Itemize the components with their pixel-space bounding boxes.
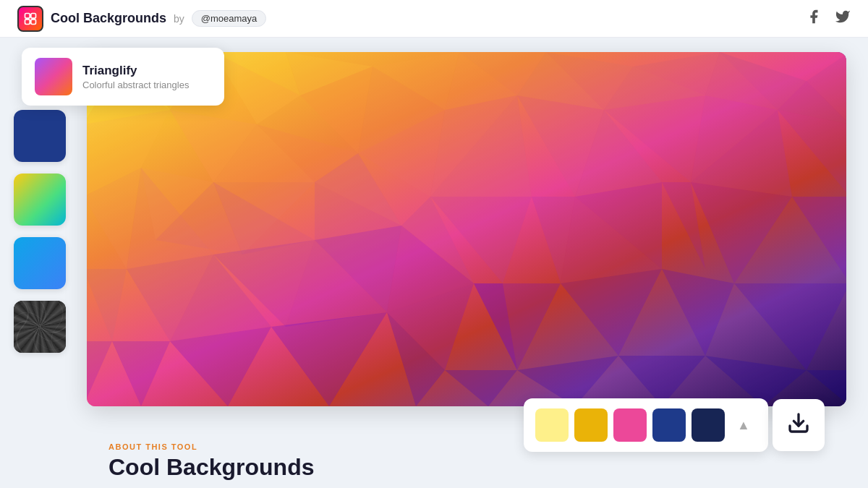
tooltip-card: Trianglify Colorful abstract triangles (22, 48, 224, 106)
svg-rect-2 (25, 19, 30, 24)
author-badge[interactable]: @moeamaya (192, 10, 267, 27)
twitter-link[interactable] (835, 9, 851, 28)
color-swatch-1[interactable] (535, 408, 569, 442)
sidebar-item-gradient[interactable] (14, 174, 66, 226)
social-links (806, 9, 851, 28)
tooltip-text: Trianglify Colorful abstract triangles (82, 64, 189, 90)
tooltip-description: Colorful abstract triangles (82, 80, 189, 90)
site-title: Cool Backgrounds (51, 11, 166, 26)
svg-rect-1 (31, 13, 36, 18)
sidebar-item-topography[interactable] (14, 301, 66, 353)
header: Cool Backgrounds by @moeamaya (0, 0, 868, 38)
facebook-link[interactable] (806, 9, 822, 28)
color-swatch-5[interactable] (692, 408, 725, 442)
download-icon (787, 411, 810, 440)
randomize-button[interactable]: ▲ (731, 412, 757, 438)
topography-preview (14, 301, 66, 353)
tooltip-thumbnail (35, 58, 72, 95)
about-label: About This Tool (109, 442, 839, 451)
bottom-section: About This Tool Cool Backgrounds (80, 442, 868, 488)
color-swatch-3[interactable] (613, 408, 647, 442)
sidebar-item-cosmos[interactable] (14, 110, 66, 162)
svg-rect-4 (14, 301, 66, 353)
by-label: by (174, 13, 184, 25)
tooltip-title: Trianglify (82, 64, 189, 78)
about-title: Cool Backgrounds (109, 454, 839, 481)
twitter-icon (835, 9, 851, 25)
logo-icon (17, 6, 43, 32)
sidebar-item-signal[interactable] (14, 237, 66, 289)
sidebar: Trianglify Colorful abstract triangles (0, 38, 80, 488)
svg-rect-0 (25, 13, 30, 18)
color-swatch-2[interactable] (574, 408, 608, 442)
color-swatch-4[interactable] (652, 408, 686, 442)
header-left: Cool Backgrounds by @moeamaya (17, 6, 266, 32)
svg-rect-3 (31, 19, 36, 24)
facebook-icon (806, 9, 822, 25)
main-layout: Trianglify Colorful abstract triangles (0, 38, 868, 488)
